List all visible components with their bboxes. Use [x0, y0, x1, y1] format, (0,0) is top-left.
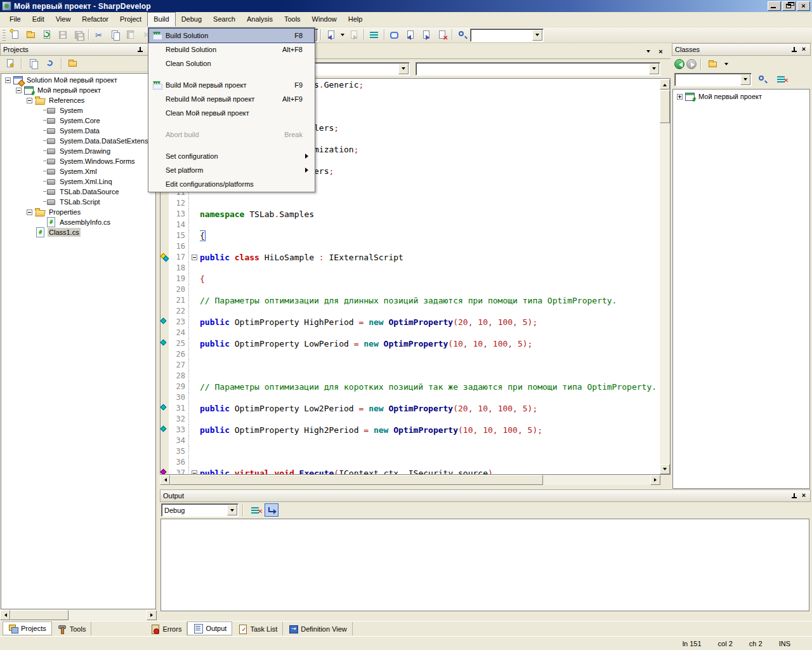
minimize-button[interactable] [768, 1, 781, 11]
scroll-right-button[interactable] [147, 610, 157, 620]
menu-item[interactable]: Set platform [149, 163, 314, 177]
tab-task-list[interactable]: Task List [232, 622, 283, 635]
bookmark-clear-button[interactable]: ✕ [435, 28, 449, 42]
output-text-area[interactable] [160, 519, 809, 611]
menu-item[interactable]: Clean Мой первый проект [149, 106, 314, 120]
menu-item[interactable]: Rebuild Мой первый проектAlt+F9 [149, 92, 314, 106]
expand-icon[interactable] [677, 94, 683, 100]
tree-item[interactable]: System.Data.DataSetExtensions [1, 136, 155, 146]
code-line[interactable]: 29// Параметры оптимизации для коротких … [160, 381, 660, 392]
classes-search-button[interactable] [755, 72, 769, 86]
new-file-button[interactable] [8, 28, 22, 42]
code-line[interactable]: 26 [160, 349, 660, 360]
code-line[interactable]: 35 [160, 446, 660, 457]
code-line[interactable]: 33public OptimProperty High2Period = new… [160, 425, 660, 435]
menu-item[interactable]: Rebuild SolutionAlt+F8 [149, 43, 314, 56]
search-button[interactable] [455, 28, 469, 42]
scrollbar-thumb[interactable] [660, 90, 670, 123]
bookmark-toggle-button[interactable] [387, 28, 402, 42]
tree-item[interactable]: System.Xml [1, 166, 155, 176]
clear-filter-button[interactable] [773, 72, 788, 86]
pin-icon[interactable] [790, 493, 797, 500]
code-line[interactable]: 37public virtual void Execute(IContext c… [160, 468, 660, 474]
close-button[interactable]: × [797, 1, 810, 11]
tree-item[interactable]: Properties [1, 207, 155, 217]
scrollbar-thumb[interactable] [170, 475, 543, 485]
menu-view[interactable]: View [50, 12, 77, 27]
menu-refactor[interactable]: Refactor [76, 12, 114, 27]
menu-search[interactable]: Search [207, 12, 241, 27]
tree-item[interactable]: AssemblyInfo.cs [1, 217, 155, 227]
pin-icon[interactable] [136, 46, 143, 53]
menu-build[interactable]: Build [147, 12, 175, 27]
collapse-icon[interactable] [27, 209, 32, 215]
menu-file[interactable]: File [4, 12, 27, 27]
tree-item[interactable]: Мой первый проект [1, 85, 155, 95]
output-category-combo[interactable]: Debug [161, 503, 239, 517]
output-category-dropdown[interactable] [227, 505, 237, 515]
menu-debug[interactable]: Debug [176, 12, 207, 27]
class-navigator-dropdown[interactable] [398, 63, 409, 74]
reload-file-button[interactable] [39, 28, 54, 42]
code-line[interactable]: 12 [160, 198, 660, 209]
toolbar-grip[interactable] [3, 29, 6, 41]
classes-search-combo[interactable] [674, 73, 752, 86]
save-button[interactable] [55, 28, 70, 42]
code-line[interactable]: 21// Параметры оптимизации для длинных п… [160, 295, 660, 306]
scroll-left-button[interactable] [160, 475, 170, 485]
copy-button[interactable] [107, 28, 122, 42]
paste-button[interactable] [123, 28, 138, 42]
menu-tools[interactable]: Tools [278, 12, 306, 27]
code-line[interactable]: 13namespace TSLab.Samples [160, 209, 660, 220]
member-navigator-combo[interactable] [416, 62, 660, 76]
clear-output-button[interactable] [247, 503, 262, 517]
code-line[interactable]: 25public OptimProperty LowPeriod = new O… [160, 338, 660, 349]
code-line[interactable]: 18 [160, 263, 660, 274]
tree-item[interactable]: References [1, 95, 155, 105]
code-line[interactable]: 15{ [160, 230, 660, 241]
collapse-icon[interactable] [16, 88, 22, 93]
properties-button[interactable] [3, 56, 17, 70]
navigate-back-dropdown[interactable] [339, 28, 346, 42]
close-panel-icon[interactable]: × [800, 492, 808, 500]
bookmark-previous-button[interactable] [403, 28, 417, 42]
navigate-back-button[interactable] [324, 28, 338, 42]
menu-project[interactable]: Project [114, 12, 147, 27]
code-line[interactable]: 23public OptimProperty HighPeriod = new … [160, 317, 660, 328]
projects-hscrollbar[interactable] [0, 610, 157, 620]
bookmark-next-button[interactable] [419, 28, 433, 42]
code-line[interactable]: 22 [160, 306, 660, 317]
menu-window[interactable]: Window [306, 12, 343, 27]
fold-collapse-icon[interactable] [192, 255, 197, 260]
tab-errors[interactable]: Errors [145, 622, 187, 635]
tree-item[interactable]: Solution Мой первый проект [1, 75, 155, 85]
code-line[interactable]: 27 [160, 360, 660, 371]
tree-item[interactable]: System.Core [1, 116, 155, 126]
menu-analysis[interactable]: Analysis [241, 12, 278, 27]
tree-item[interactable]: System.Data [1, 126, 155, 136]
fold-collapse-icon[interactable] [192, 470, 197, 474]
code-line[interactable]: 28 [160, 371, 660, 381]
editor-hscrollbar[interactable] [160, 475, 660, 485]
pin-icon[interactable] [790, 46, 797, 53]
code-line[interactable]: 31public OptimProperty Low2Period = new … [160, 403, 660, 414]
open-folder-button[interactable] [65, 56, 80, 70]
code-line[interactable]: 14 [160, 220, 660, 230]
tab-output[interactable]: Output [187, 621, 232, 635]
scope-dropdown[interactable] [723, 57, 730, 71]
tree-item[interactable]: Мой первый проект [673, 91, 809, 102]
forward-button[interactable] [686, 59, 697, 69]
titlebar[interactable]: Мой первый проект - SharpDevelop × [0, 0, 812, 12]
save-all-button[interactable] [71, 28, 86, 42]
classes-search-dropdown[interactable] [740, 74, 750, 85]
tab-definition-view[interactable]: Definition View [283, 622, 353, 635]
code-line[interactable]: 32 [160, 414, 660, 425]
code-line[interactable]: 17public class HiLoSample : IExternalScr… [160, 252, 660, 263]
tree-item[interactable]: System.Xml.Linq [1, 176, 155, 187]
menu-item[interactable]: Abort buildBreak [149, 128, 314, 142]
menu-item[interactable]: Set configuration [149, 149, 314, 163]
close-document-button[interactable]: × [656, 47, 665, 56]
editor-vscrollbar[interactable] [660, 79, 670, 474]
code-line[interactable]: 16 [160, 241, 660, 252]
search-combo-dropdown[interactable] [532, 30, 542, 41]
